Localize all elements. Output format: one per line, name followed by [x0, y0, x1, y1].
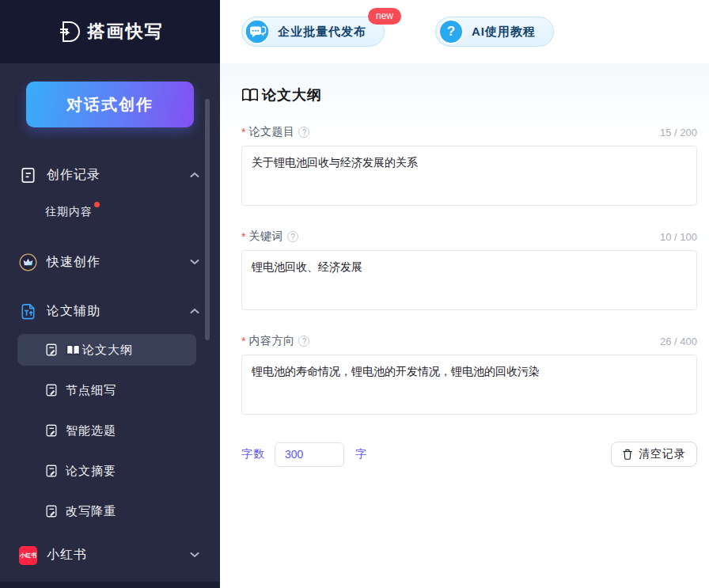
page-title-text: 论文大纲 [262, 85, 322, 104]
logo-text: 搭画快写 [88, 20, 164, 44]
help-circle-icon[interactable] [287, 231, 298, 242]
app-logo[interactable]: 搭画快写 [0, 0, 220, 63]
char-counter: 10 / 100 [660, 231, 697, 243]
batch-publish-label: 企业批量代发布 [278, 25, 366, 40]
content-direction-textarea[interactable]: 锂电池的寿命情况，锂电池的开发情况，锂电池的回收污染 [241, 355, 697, 415]
doc-pencil-icon [44, 343, 59, 357]
doc-upload-icon [19, 302, 37, 321]
help-circle-icon[interactable] [298, 127, 309, 138]
doc-pencil-icon [44, 504, 59, 518]
field-label: 关键词 [248, 230, 283, 244]
word-count-unit: 字 [355, 447, 366, 461]
field-label-row: * 关键词 10 / 100 [241, 230, 697, 244]
sidebar-item-label: 论文大纲 [82, 343, 133, 358]
sidebar-item-label: 智能选题 [66, 423, 116, 438]
clear-records-button[interactable]: 清空记录 [611, 442, 697, 467]
open-book-icon [241, 88, 259, 102]
chevron-up-icon [190, 308, 199, 314]
field-paper-title: * 论文题目 15 / 200 关于锂电池回收与经济发展的关系 [241, 125, 697, 209]
sidebar-item-smart-topic[interactable]: 智能选题 [17, 415, 196, 446]
required-asterisk: * [241, 230, 245, 243]
help-circle-icon[interactable] [298, 336, 309, 347]
dialog-create-button[interactable]: 对话式创作 [26, 82, 194, 127]
sidebar-item-label: 创作记录 [47, 167, 100, 184]
char-counter: 15 / 200 [660, 127, 697, 138]
question-circle-icon: ? [438, 19, 464, 44]
keywords-textarea[interactable]: 锂电池回收、经济发展 [241, 250, 697, 310]
sidebar-item-node-writing[interactable]: 节点细写 [17, 374, 196, 406]
ai-tutorial-button[interactable]: ? AI使用教程 [435, 17, 554, 47]
sidebar-item-xiaohongshu[interactable]: 小红书 小红书 [0, 540, 220, 570]
trash-icon [622, 449, 633, 461]
sidebar-item-paper-assist[interactable]: 论文辅助 [0, 297, 220, 325]
sidebar-footer-strip [0, 582, 220, 588]
sidebar-item-quick-create[interactable]: 快速创作 [0, 248, 220, 276]
sidebar: 搭画快写 对话式创作 创作记录 往期内容 [0, 0, 220, 588]
chevron-down-icon [190, 552, 199, 558]
sidebar-item-label: 节点细写 [66, 383, 116, 398]
app-window: 搭画快写 对话式创作 创作记录 往期内容 [0, 0, 709, 588]
chevron-up-icon [190, 172, 199, 178]
ai-tutorial-label: AI使用教程 [472, 25, 536, 40]
page-title: 论文大纲 [241, 85, 697, 104]
chat-bubbles-icon [245, 19, 270, 44]
notification-dot [94, 202, 100, 207]
sidebar-item-records[interactable]: 创作记录 [0, 161, 220, 189]
topbar: 企业批量代发布 new ? AI使用教程 [220, 0, 709, 63]
required-asterisk: * [241, 335, 245, 347]
sidebar-item-label: 论文辅助 [47, 303, 100, 320]
sidebar-item-label: 快速创作 [47, 254, 100, 271]
word-count-label: 字数 [241, 447, 265, 461]
word-count-input[interactable] [275, 442, 344, 467]
char-counter: 26 / 400 [660, 336, 697, 347]
batch-publish-button[interactable]: 企业批量代发布 new [241, 17, 385, 47]
paper-outline-panel: 论文大纲 * 论文题目 15 / 200 关于锂电池回收与经济发展的关系 * 关… [220, 63, 709, 588]
doc-pencil-icon [44, 464, 59, 478]
crown-circle-icon [19, 253, 37, 271]
doc-pencil-icon [44, 383, 59, 397]
field-label: 论文题目 [248, 125, 294, 139]
logo-icon [57, 20, 81, 44]
sidebar-item-paper-abstract[interactable]: 论文摘要 [17, 455, 196, 487]
sidebar-item-label: 往期内容 [45, 203, 93, 219]
xiaohongshu-icon: 小红书 [19, 546, 37, 564]
new-badge: new [368, 8, 401, 25]
field-label-row: * 内容方向 26 / 400 [241, 334, 697, 348]
sidebar-item-label: 论文摘要 [66, 464, 116, 479]
field-content-direction: * 内容方向 26 / 400 锂电池的寿命情况，锂电池的开发情况，锂电池的回收… [241, 334, 697, 418]
sidebar-item-history[interactable]: 往期内容 [0, 203, 220, 226]
sidebar-item-label: 改写降重 [66, 504, 116, 519]
field-label-row: * 论文题目 15 / 200 [241, 125, 697, 139]
paper-title-textarea[interactable]: 关于锂电池回收与经济发展的关系 [241, 146, 697, 206]
required-asterisk: * [241, 126, 245, 138]
sidebar-item-label: 小红书 [47, 547, 87, 563]
field-keywords: * 关键词 10 / 100 锂电池回收、经济发展 [241, 230, 697, 313]
doc-pencil-icon [44, 423, 59, 438]
sidebar-item-rewrite[interactable]: 改写降重 [17, 495, 196, 527]
form-bottom-row: 字数 字 清空记录 [241, 442, 697, 467]
chevron-down-icon [190, 259, 199, 265]
clear-records-label: 清空记录 [639, 447, 686, 461]
sidebar-scrollbar[interactable] [205, 99, 210, 340]
open-book-icon [66, 344, 81, 356]
field-label: 内容方向 [248, 334, 294, 348]
main-area: 企业批量代发布 new ? AI使用教程 论文大纲 * [220, 0, 709, 588]
sidebar-item-paper-outline[interactable]: 论文大纲 [17, 334, 196, 366]
file-text-icon [19, 166, 37, 184]
